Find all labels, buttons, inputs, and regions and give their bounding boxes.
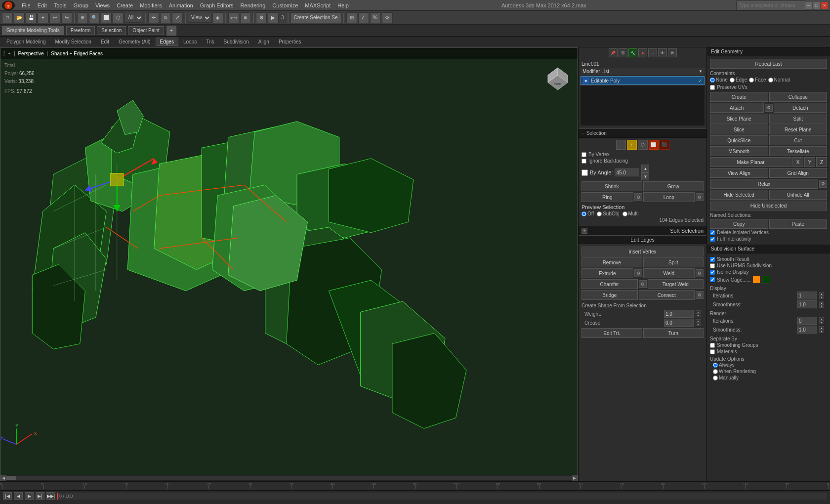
- turn-button[interactable]: Turn: [643, 328, 704, 338]
- tab-modify-selection[interactable]: Modify Selection: [51, 38, 96, 46]
- smooth-down[interactable]: ▼: [819, 304, 824, 308]
- undo-button[interactable]: ↩: [49, 12, 60, 23]
- iterations-input[interactable]: [797, 292, 817, 299]
- render-setup-button[interactable]: ⚙: [256, 12, 267, 23]
- timeline-track[interactable]: 0 / 100: [57, 493, 827, 500]
- delete-isolated-checkbox[interactable]: [710, 230, 715, 235]
- when-rendering-radio[interactable]: When Rendering: [710, 368, 827, 375]
- menu-edit[interactable]: Edit: [35, 1, 50, 9]
- x-axis-button[interactable]: X: [792, 157, 803, 167]
- search-input[interactable]: [736, 0, 805, 10]
- create-button[interactable]: Create: [710, 92, 768, 102]
- mirror-button[interactable]: ⟺: [228, 12, 239, 23]
- by-vertex-checkbox[interactable]: [581, 152, 586, 157]
- tab-align[interactable]: Align: [254, 38, 274, 46]
- viewport-scrollbar[interactable]: ◀ ▶: [0, 475, 578, 481]
- menu-group[interactable]: Group: [70, 1, 91, 9]
- render-button[interactable]: ▶: [268, 12, 279, 23]
- none-radio[interactable]: None: [710, 77, 728, 83]
- utilities-icon[interactable]: 🛠: [668, 48, 677, 57]
- modifier-item-editable-poly[interactable]: ■ Editable Poly ✓: [581, 76, 705, 85]
- viewport-perspective[interactable]: Perspective: [18, 51, 43, 56]
- use-nurms-checkbox[interactable]: [710, 263, 715, 268]
- iter-down[interactable]: ▼: [819, 295, 824, 299]
- menu-file[interactable]: File: [19, 1, 34, 9]
- slice-plane-button[interactable]: Slice Plane: [710, 114, 768, 124]
- scroll-thumb[interactable]: [6, 476, 16, 480]
- align-button[interactable]: ≡: [240, 12, 251, 23]
- open-button[interactable]: 📂: [14, 12, 25, 23]
- chamfer-button[interactable]: Chamfer: [581, 279, 638, 289]
- msmooth-button[interactable]: MSmooth: [710, 146, 768, 156]
- ignore-backfacing-checkbox[interactable]: [581, 159, 586, 164]
- pin-icon[interactable]: 📌: [609, 48, 618, 57]
- face-radio[interactable]: Face: [749, 77, 766, 83]
- vertex-mode-icon[interactable]: ·: [616, 140, 626, 150]
- menu-animation[interactable]: Animation: [166, 1, 196, 9]
- display-icon[interactable]: 👁: [658, 48, 667, 57]
- rect-sel-button[interactable]: ⬜: [101, 12, 112, 23]
- scroll-track[interactable]: [6, 476, 572, 480]
- go-end-button[interactable]: ▶▶|: [46, 492, 55, 500]
- remove-button[interactable]: Remove: [581, 257, 642, 267]
- target-weld-button[interactable]: Target Weld: [648, 279, 704, 289]
- new-button[interactable]: □: [2, 12, 13, 23]
- pivot-button[interactable]: ◈: [212, 12, 223, 23]
- edge-mode-icon[interactable]: /: [627, 140, 637, 150]
- freeform-button[interactable]: Freeform: [66, 26, 95, 35]
- tab-properties[interactable]: Properties: [274, 38, 306, 46]
- select-obj-button[interactable]: ⊕: [77, 12, 88, 23]
- graphite-plus-button[interactable]: +: [166, 25, 177, 36]
- snap-angle[interactable]: ∠: [358, 12, 369, 23]
- move-button[interactable]: ✛: [148, 12, 159, 23]
- maximize-button[interactable]: □: [813, 2, 820, 9]
- crossing-button[interactable]: ⬡: [113, 12, 124, 23]
- render-iter-down[interactable]: ▼: [819, 321, 824, 324]
- nav-cube[interactable]: front: [543, 63, 573, 92]
- detach-button[interactable]: Detach: [774, 103, 828, 113]
- weight-input[interactable]: [664, 310, 694, 318]
- crease-input[interactable]: [664, 319, 694, 327]
- repeat-last-button[interactable]: Repeat Last: [710, 59, 827, 69]
- poly-mode-icon[interactable]: ⬜: [649, 140, 659, 150]
- border-mode-icon[interactable]: ⬡: [638, 140, 648, 150]
- always-radio[interactable]: Always: [710, 362, 827, 368]
- tab-edges[interactable]: Edges: [156, 38, 178, 46]
- menu-tools[interactable]: Tools: [51, 1, 70, 9]
- hide-selected-button[interactable]: Hide Selected: [710, 190, 768, 200]
- attach-button[interactable]: Attach: [710, 103, 764, 113]
- by-angle-input[interactable]: [615, 168, 639, 176]
- weight-down[interactable]: ▼: [696, 314, 701, 317]
- menu-create[interactable]: Create: [114, 1, 136, 9]
- viewport[interactable]: [ + ] Perspective | Shaded + Edged Faces…: [0, 47, 578, 481]
- iter-up[interactable]: ▲: [819, 292, 824, 295]
- manually-radio[interactable]: Manually: [710, 375, 827, 381]
- tessellate-button[interactable]: Tessellate: [769, 146, 828, 156]
- ring-settings-btn[interactable]: ⚙: [634, 193, 642, 201]
- render-iterations-input[interactable]: [797, 317, 817, 325]
- selection-section-bar[interactable]: ─ Selection: [579, 128, 706, 138]
- tab-tris[interactable]: Tris: [202, 38, 218, 46]
- menu-rendering[interactable]: Rendering: [238, 1, 269, 9]
- menu-customize[interactable]: Customize: [269, 1, 301, 9]
- smooth-result-checkbox[interactable]: [710, 257, 715, 262]
- weld-settings-btn[interactable]: ⚙: [696, 269, 704, 277]
- tab-polygon-modeling[interactable]: Polygon Modeling: [2, 38, 50, 46]
- render-iter-up[interactable]: ▲: [819, 317, 824, 321]
- connect-settings-btn[interactable]: ⚙: [696, 291, 704, 299]
- render-smooth-down[interactable]: ▼: [819, 330, 824, 333]
- redo-button[interactable]: ↪: [61, 12, 72, 23]
- ref-coord-select[interactable]: View: [188, 13, 211, 23]
- cage-color-swatch2[interactable]: [762, 276, 770, 284]
- soft-sel-expand-btn[interactable]: +: [581, 228, 587, 234]
- grow-button[interactable]: Grow: [643, 181, 704, 191]
- hide-unselected-button[interactable]: Hide Unselected: [710, 201, 827, 210]
- smooth-up[interactable]: ▲: [819, 301, 824, 304]
- render-smooth-up[interactable]: ▲: [819, 326, 824, 330]
- connect-button[interactable]: Connect: [639, 290, 695, 300]
- by-angle-up[interactable]: ▲: [641, 165, 649, 172]
- menu-views[interactable]: Views: [92, 1, 113, 9]
- split-button[interactable]: Split: [643, 257, 704, 267]
- view-align-button[interactable]: View Align: [710, 168, 768, 178]
- render-smoothness-input[interactable]: [797, 326, 817, 334]
